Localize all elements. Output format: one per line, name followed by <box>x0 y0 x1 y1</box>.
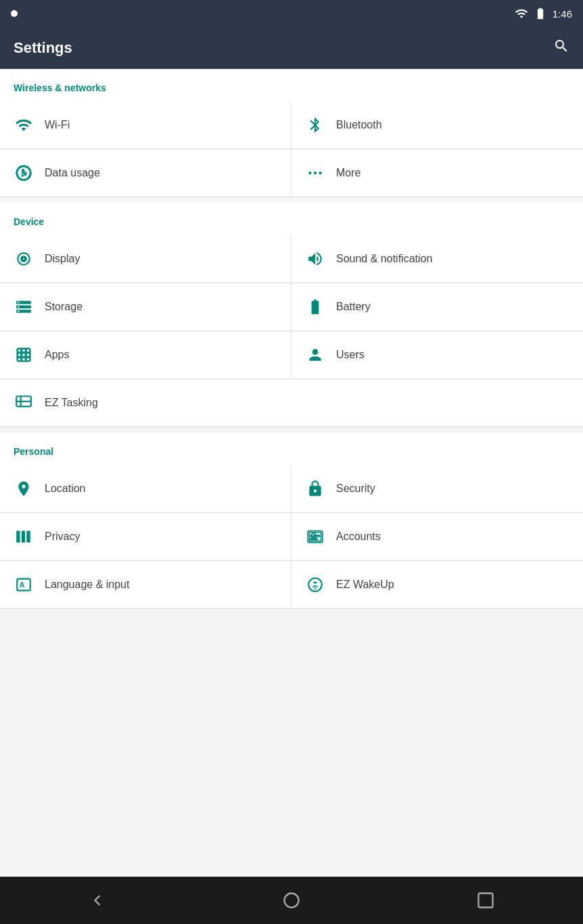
section-device: Device Display Sound & notification Stor… <box>0 203 583 427</box>
settings-item-battery[interactable]: Battery <box>292 283 583 331</box>
back-button[interactable] <box>74 884 120 917</box>
settings-item-storage[interactable]: Storage <box>0 283 292 331</box>
main-content: Wireless & networks Wi-Fi Bluetooth Data… <box>0 69 583 877</box>
svg-point-1 <box>308 172 311 174</box>
display-icon <box>14 249 34 269</box>
data-usage-icon <box>14 163 34 183</box>
settings-item-accounts[interactable]: Accounts <box>292 513 583 561</box>
bottom-navigation <box>0 877 583 924</box>
ez-wakeup-label: EZ WakeUp <box>336 579 394 591</box>
bluetooth-icon <box>305 115 325 135</box>
settings-item-ez-tasking[interactable]: EZ Tasking <box>0 379 583 427</box>
recents-button[interactable] <box>463 884 509 917</box>
security-label: Security <box>336 483 375 495</box>
section-wireless-title: Wireless & networks <box>0 80 583 101</box>
settings-item-display[interactable]: Display <box>0 235 292 283</box>
privacy-icon <box>14 527 34 547</box>
security-icon <box>305 479 325 499</box>
settings-item-language[interactable]: A Language & input <box>0 561 292 609</box>
sound-label: Sound & notification <box>336 253 432 265</box>
display-label: Display <box>45 253 80 265</box>
section-personal: Personal Location Security <box>0 433 583 609</box>
storage-icon <box>14 297 34 317</box>
settings-item-privacy[interactable]: Privacy <box>0 513 292 561</box>
settings-item-apps[interactable]: Apps <box>0 331 292 379</box>
more-icon <box>305 163 325 183</box>
settings-item-data-usage[interactable]: Data usage <box>0 149 292 197</box>
settings-item-users[interactable]: Users <box>292 331 583 379</box>
battery-label: Battery <box>336 301 371 313</box>
wifi-status-icon <box>515 7 528 20</box>
device-grid: Display Sound & notification Storage Bat… <box>0 235 583 427</box>
battery-icon <box>305 297 325 317</box>
home-button[interactable] <box>269 884 314 917</box>
settings-item-security[interactable]: Security <box>292 465 583 513</box>
status-bar-left <box>11 10 18 17</box>
search-button[interactable] <box>553 38 569 58</box>
storage-label: Storage <box>45 301 83 313</box>
apps-label: Apps <box>45 349 69 361</box>
status-bar-right: 1:46 <box>515 7 572 20</box>
settings-item-bluetooth[interactable]: Bluetooth <box>292 101 583 149</box>
accounts-icon <box>305 527 325 547</box>
svg-rect-14 <box>26 531 30 542</box>
svg-rect-13 <box>22 531 25 542</box>
settings-item-sound[interactable]: Sound & notification <box>292 235 583 283</box>
settings-item-more[interactable]: More <box>292 149 583 197</box>
data-usage-label: Data usage <box>45 167 100 179</box>
battery-status-icon <box>534 7 547 20</box>
wifi-icon <box>14 115 34 135</box>
ez-tasking-icon <box>14 393 34 413</box>
ez-tasking-label: EZ Tasking <box>45 397 98 409</box>
apps-icon <box>14 345 34 365</box>
svg-point-19 <box>314 587 317 589</box>
privacy-label: Privacy <box>45 531 80 543</box>
svg-point-20 <box>284 894 298 908</box>
users-icon <box>305 345 325 365</box>
location-label: Location <box>45 483 86 495</box>
svg-point-3 <box>319 172 321 174</box>
personal-grid: Location Security Privacy <box>0 465 583 609</box>
settings-item-wifi[interactable]: Wi-Fi <box>0 101 292 149</box>
svg-point-18 <box>308 578 322 591</box>
settings-item-location[interactable]: Location <box>0 465 292 513</box>
time-display: 1:46 <box>553 8 572 20</box>
settings-item-ez-wakeup[interactable]: EZ WakeUp <box>292 561 583 609</box>
svg-point-2 <box>314 172 317 174</box>
svg-rect-21 <box>479 894 493 908</box>
section-wireless: Wireless & networks Wi-Fi Bluetooth Data… <box>0 69 583 197</box>
section-device-title: Device <box>0 214 583 235</box>
page-title: Settings <box>14 39 72 57</box>
bluetooth-label: Bluetooth <box>336 119 382 131</box>
app-header: Settings <box>0 27 583 69</box>
language-icon: A <box>14 575 34 595</box>
svg-text:A: A <box>20 581 25 589</box>
section-personal-title: Personal <box>0 443 583 465</box>
status-bar: 1:46 <box>0 0 583 27</box>
more-label: More <box>336 167 360 179</box>
sound-icon <box>305 249 325 269</box>
accounts-label: Accounts <box>336 531 381 543</box>
ez-wakeup-icon <box>305 575 325 595</box>
svg-rect-12 <box>16 531 20 542</box>
wifi-label: Wi-Fi <box>45 119 70 131</box>
svg-rect-4 <box>17 348 30 362</box>
location-icon <box>14 479 34 499</box>
wireless-grid: Wi-Fi Bluetooth Data usage More <box>0 101 583 197</box>
language-label: Language & input <box>45 579 129 591</box>
notification-dot <box>11 10 18 17</box>
users-label: Users <box>336 349 365 361</box>
